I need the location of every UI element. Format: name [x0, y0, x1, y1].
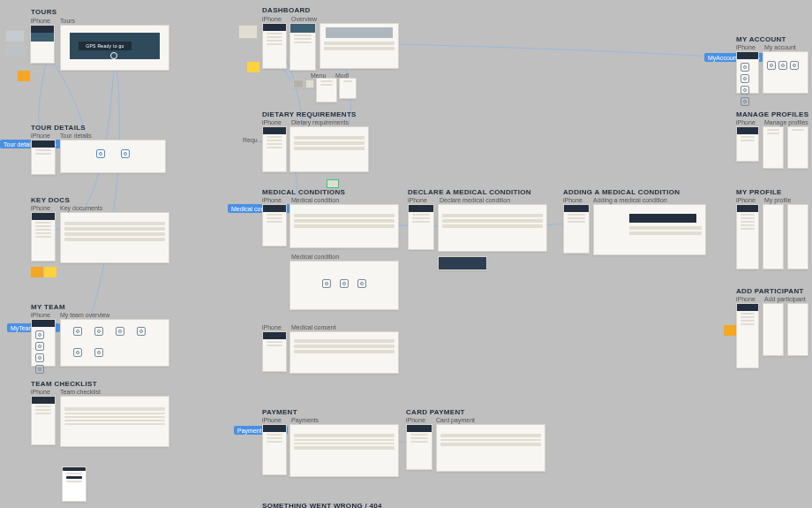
label-iphone-myaccount: iPhone [736, 44, 756, 50]
frame-ap-web-a[interactable] [763, 303, 784, 356]
label-web-mc: Medical condition [291, 197, 339, 203]
label-iphone-payment: iPhone [262, 417, 282, 423]
label-web-kd: Key documents [60, 205, 102, 211]
sticky-note-dash[interactable] [247, 62, 259, 72]
section-title-error: SOMETHING WENT WRONG / 404 [262, 502, 382, 508]
frame-consent-iphone[interactable] [262, 331, 287, 372]
frame-declare-web[interactable] [438, 204, 547, 252]
thumb-menu-a[interactable] [293, 80, 304, 88]
label-web-myaccount: My account [764, 44, 796, 50]
section-title-card: CARD PAYMENT [406, 408, 465, 416]
frame-adding-iphone[interactable] [563, 204, 590, 254]
frame-myprofile-web-b[interactable] [787, 204, 808, 269]
frame-kd-iphone[interactable] [31, 212, 56, 262]
frame-dash-web-a[interactable] [289, 23, 316, 71]
label-iphone-card: iPhone [406, 417, 425, 423]
frame-kd-web[interactable] [60, 212, 169, 263]
label-iphone-mc: iPhone [262, 197, 282, 203]
sticky-note[interactable] [18, 71, 30, 81]
frame-tc-extra[interactable] [62, 466, 86, 502]
frame-dietary-web[interactable] [289, 126, 369, 172]
label-web-card: Card payment [436, 417, 475, 423]
section-title-tour-details: TOUR DETAILS [31, 124, 86, 132]
frame-card-iphone[interactable] [406, 424, 432, 470]
label-web-dashboard: Overview [291, 16, 317, 22]
frame-mc-iphone[interactable] [262, 204, 287, 246]
frame-dietary-iphone[interactable] [262, 126, 287, 172]
frame-tc-iphone[interactable] [31, 396, 56, 445]
label-iphone-mp: iPhone [736, 119, 756, 125]
label-iphone-adding: iPhone [563, 197, 583, 203]
sticky-kd-a[interactable] [31, 267, 43, 277]
frame-myteam-iphone[interactable] [31, 319, 56, 367]
thumb-hero-b[interactable] [5, 44, 25, 57]
frame-myprofile-iphone[interactable] [736, 204, 759, 269]
label-web-tours: Tours [60, 18, 75, 24]
label-iphone-declare: iPhone [408, 197, 427, 203]
section-title-dietary: DIETARY REQUIREMENTS [262, 110, 357, 118]
frame-declare-iphone[interactable] [408, 204, 434, 250]
frame-dash-iphone[interactable] [262, 23, 287, 69]
section-title-myteam: MY TEAM [31, 303, 65, 311]
section-title-dashboard: DASHBOARD [262, 6, 311, 14]
sticky-ap[interactable] [724, 325, 736, 336]
play-icon [110, 52, 117, 59]
frame-modal-b[interactable] [339, 78, 357, 99]
frame-dash-web-b[interactable] [320, 23, 399, 69]
label-iphone-kd: iPhone [31, 205, 50, 211]
label-iphone-myteam: iPhone [31, 312, 50, 318]
frame-myaccount-web[interactable] [763, 51, 808, 94]
label-web-adding: Adding a medical condition [593, 197, 667, 203]
frame-card-web[interactable] [436, 424, 545, 472]
frame-myprofile-web-a[interactable] [763, 204, 784, 269]
frame-tc-web[interactable] [60, 396, 169, 447]
label-web-td: Tour details [60, 133, 92, 139]
label-web-dietary: Dietary requirements [291, 119, 349, 125]
section-title-key-docs: KEY DOCS [31, 196, 70, 204]
frame-mp-web-b[interactable] [787, 126, 808, 169]
frame-payment-iphone[interactable] [262, 424, 287, 475]
frame-myaccount-iphone[interactable] [736, 51, 759, 94]
label-iphone-td: iPhone [31, 133, 50, 139]
frame-mp-web-a[interactable] [763, 126, 784, 169]
label-iphone-dashboard: iPhone [262, 16, 282, 22]
frame-ap-iphone[interactable] [736, 303, 759, 368]
frame-myteam-web[interactable] [60, 319, 169, 367]
frame-tours-iphone[interactable] [30, 25, 55, 64]
label-web-mp: Manage profiles [764, 119, 808, 125]
section-title-my-profile: MY PROFILE [736, 188, 782, 196]
section-title-add-participant: ADD PARTICIPANT [736, 287, 804, 295]
section-title-my-account: MY ACCOUNT [736, 35, 786, 43]
frame-consent-web[interactable] [289, 331, 399, 374]
frame-tours-web[interactable]: GPS Ready to go [60, 25, 169, 71]
label-web-myprofile: My profile [764, 197, 791, 203]
thumb-dash[interactable] [238, 25, 258, 39]
label-web-ap: Add participant [764, 296, 806, 302]
section-title-payment: PAYMENT [262, 408, 297, 416]
hero-title: GPS Ready to go [79, 42, 132, 50]
figma-canvas[interactable]: TOURS iPhone Tours GPS Ready to go DASHB… [0, 0, 812, 508]
frame-payment-web[interactable] [289, 424, 399, 477]
section-title-checklist: TEAM CHECKLIST [31, 380, 97, 388]
frame-mp-iphone[interactable] [736, 126, 759, 162]
thumb-dietary-confirm[interactable] [327, 179, 339, 188]
frame-td-iphone[interactable] [31, 140, 56, 175]
frame-adding-web[interactable] [593, 204, 706, 255]
frame-ap-web-b[interactable] [787, 303, 808, 356]
label-iphone-myprofile: iPhone [736, 197, 756, 203]
frame-modal-a[interactable] [316, 78, 337, 102]
label-consent-iphone: iPhone [262, 324, 282, 330]
section-title-declare: DECLARE A MEDICAL CONDITION [408, 188, 531, 196]
frame-declare-tooltip[interactable] [438, 256, 487, 270]
sticky-kd-b[interactable] [44, 267, 56, 277]
section-title-tours: TOURS [31, 8, 56, 16]
thumb-menu-b[interactable] [305, 80, 314, 88]
label-iphone-ap: iPhone [736, 296, 756, 302]
label-web-tc: Team checklist [60, 389, 101, 395]
frame-td-web[interactable] [60, 140, 166, 173]
frame-mc-web2[interactable] [289, 261, 399, 310]
frame-mc-web[interactable] [289, 204, 399, 248]
thumb-hero-a[interactable] [5, 30, 25, 42]
label-requ: Requ… [243, 137, 264, 143]
label-mc-row2: Medical condition [291, 254, 339, 260]
